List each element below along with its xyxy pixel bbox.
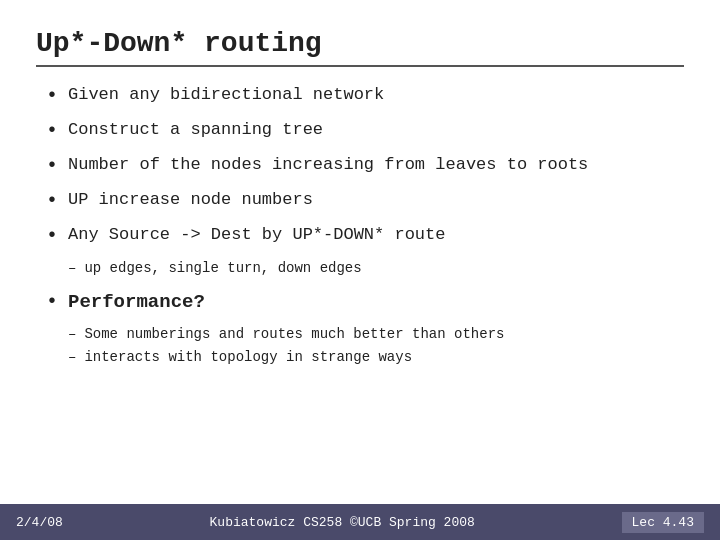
- list-item: • Given any bidirectional network: [46, 83, 684, 110]
- bullet-text: Any Source -> Dest by UP*-DOWN* route: [68, 223, 445, 247]
- sub-bullet-text: up edges, single turn, down edges: [84, 258, 361, 279]
- sub-bullet-text: Some numberings and routes much better t…: [84, 324, 504, 345]
- sub-bullet-dash: –: [68, 258, 76, 279]
- sub-bullet-dash: –: [68, 347, 76, 368]
- bullet-dot: •: [46, 187, 58, 215]
- list-item: • Performance?: [46, 289, 684, 316]
- list-item: • Number of the nodes increasing from le…: [46, 153, 684, 180]
- list-item: • Construct a spanning tree: [46, 118, 684, 145]
- footer-lecture: Lec 4.43: [622, 512, 704, 533]
- bullet-dot: •: [46, 117, 58, 145]
- sub-bullet-text: interacts with topology in strange ways: [84, 347, 412, 368]
- sub-list-item: – Some numberings and routes much better…: [68, 324, 684, 345]
- bullet-dot: •: [46, 222, 58, 250]
- list-item: • Any Source -> Dest by UP*-DOWN* route: [46, 223, 684, 250]
- footer-course: Kubiatowicz CS258 ©UCB Spring 2008: [210, 515, 475, 530]
- footer-date: 2/4/08: [16, 515, 63, 530]
- bullet-dot: •: [46, 288, 58, 316]
- bullet-list-2: • Performance?: [46, 289, 684, 316]
- sub-bullet-list-1: – up edges, single turn, down edges: [68, 258, 684, 279]
- slide-container: Up*-Down* routing • Given any bidirectio…: [0, 0, 720, 540]
- sub-list-item: – up edges, single turn, down edges: [68, 258, 684, 279]
- bullet-text: Construct a spanning tree: [68, 118, 323, 142]
- bullet-text: Performance?: [68, 289, 205, 316]
- sub-list-item: – interacts with topology in strange way…: [68, 347, 684, 368]
- bullet-list: • Given any bidirectional network • Cons…: [46, 83, 684, 250]
- bullet-dot: •: [46, 82, 58, 110]
- list-item: • UP increase node numbers: [46, 188, 684, 215]
- bullet-dot: •: [46, 152, 58, 180]
- bullet-text: Number of the nodes increasing from leav…: [68, 153, 588, 177]
- sub-bullet-list-2: – Some numberings and routes much better…: [68, 324, 684, 368]
- footer: 2/4/08 Kubiatowicz CS258 ©UCB Spring 200…: [0, 504, 720, 540]
- slide-title: Up*-Down* routing: [36, 28, 684, 59]
- bullet-text: Given any bidirectional network: [68, 83, 384, 107]
- bullet-text: UP increase node numbers: [68, 188, 313, 212]
- sub-bullet-dash: –: [68, 324, 76, 345]
- title-divider: [36, 65, 684, 67]
- title-section: Up*-Down* routing: [36, 28, 684, 67]
